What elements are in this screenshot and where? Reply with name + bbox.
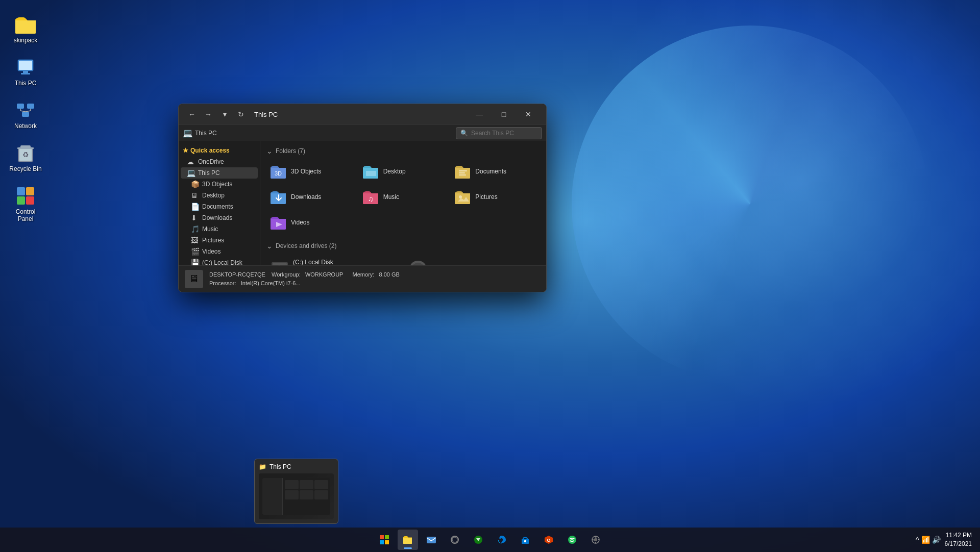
drive-c[interactable]: C: (C:) Local Disk 28.8 GB free of 49.4 …: [266, 255, 402, 265]
pc-processor-row: Processor: Intel(R) Core(TM) i7-6...: [209, 279, 400, 288]
folder-music[interactable]: ♫ Music: [359, 186, 448, 208]
svg-rect-5: [27, 104, 34, 109]
svg-rect-6: [22, 112, 29, 117]
sidebar-item-pictures[interactable]: 🖼 Pictures: [181, 235, 258, 246]
main-content: Folders (7) 3D 3D Objects: [260, 141, 546, 265]
svg-point-51: [594, 538, 597, 541]
svg-rect-17: [26, 187, 34, 195]
explorer-footer: 🖥 DESKTOP-RCQE7QE Workgroup: WORKGROUP M…: [179, 265, 546, 292]
sidebar-item-documents[interactable]: 📄 Documents: [181, 201, 258, 212]
desktop-icon-skinpack[interactable]: skinpack: [5, 10, 46, 48]
sidebar-item-onedrive[interactable]: ☁ OneDrive: [181, 156, 258, 167]
close-button[interactable]: ✕: [517, 106, 540, 122]
nav-buttons: ← → ▾ ↻: [185, 107, 248, 121]
thumbnail-title: 📁 This PC: [259, 463, 334, 470]
pc-path-icon: 💻: [183, 128, 193, 138]
sidebar-item-desktop[interactable]: 🖥 Desktop: [181, 190, 258, 201]
folders-grid: 3D 3D Objects Desktop: [266, 160, 540, 234]
thumb-icon: 📁: [259, 463, 266, 470]
sidebar-item-music[interactable]: 🎵 Music: [181, 223, 258, 235]
sidebar-item-videos[interactable]: 🎬 Videos: [181, 246, 258, 257]
desktop-folder-icon: [363, 163, 379, 180]
downloads-folder-icon: [271, 189, 287, 205]
this-pc-sidebar-icon: 💻: [187, 169, 195, 177]
mail-taskbar-btn[interactable]: [421, 530, 442, 550]
c-drive-icon: C:: [271, 260, 289, 265]
desktop-icon-network[interactable]: Network: [5, 96, 46, 134]
network-label: Network: [14, 122, 37, 130]
file-explorer-taskbar-icon: [403, 535, 413, 544]
folder-3d-objects[interactable]: 3D 3D Objects: [266, 160, 356, 183]
desktop-icon-recycle-bin[interactable]: ♻ Recycle Bin: [5, 139, 46, 177]
search-icon: 🔍: [460, 130, 468, 137]
refresh-button[interactable]: ↻: [234, 107, 248, 121]
maximize-button[interactable]: □: [492, 106, 516, 122]
sidebar-item-downloads[interactable]: ⬇ Downloads: [181, 212, 258, 223]
store-taskbar-icon: [521, 535, 530, 544]
volume-tray-icon[interactable]: 🔊: [932, 536, 941, 544]
local-disk-icon: 💾: [191, 259, 199, 265]
this-pc-label: This PC: [15, 80, 37, 87]
svg-rect-14: [17, 147, 34, 149]
clock[interactable]: 11:42 PM 6/17/2021: [945, 531, 972, 548]
thumbnail-preview[interactable]: [259, 473, 334, 519]
videos-folder-icon: [271, 214, 287, 231]
network-icon: [15, 100, 36, 120]
system-tray-arrow[interactable]: ^: [916, 536, 919, 544]
spotify-taskbar-btn[interactable]: [562, 530, 582, 550]
edge-taskbar-btn[interactable]: [492, 530, 512, 550]
titlebar: ← → ▾ ↻ This PC — □ ✕: [179, 104, 546, 124]
forward-button[interactable]: →: [201, 107, 215, 121]
svg-text:O: O: [547, 538, 550, 543]
address-path[interactable]: This PC: [195, 130, 217, 137]
folder-videos[interactable]: Videos: [266, 211, 356, 234]
search-input[interactable]: [471, 130, 537, 137]
back-button[interactable]: ←: [185, 107, 199, 121]
svg-point-43: [452, 537, 457, 542]
settings-taskbar-icon: [591, 535, 600, 544]
svg-text:3D: 3D: [275, 170, 282, 177]
svg-rect-19: [26, 196, 34, 205]
downloads-icon: ⬇: [191, 214, 199, 222]
search-box[interactable]: 🔍: [456, 127, 542, 139]
folder-downloads[interactable]: Downloads: [266, 186, 356, 208]
office-taskbar-btn[interactable]: O: [538, 530, 559, 550]
xbox-taskbar-icon: [474, 535, 483, 544]
store-taskbar-btn[interactable]: [515, 530, 535, 550]
search-taskbar-icon: [450, 535, 459, 544]
recent-button[interactable]: ▾: [217, 107, 232, 121]
sidebar-item-this-pc[interactable]: 💻 This PC: [181, 167, 258, 179]
svg-line-9: [20, 111, 26, 112]
sidebar: ★ Quick access ☁ OneDrive 💻 This PC 📦 3D…: [179, 141, 260, 265]
control-panel-label: Control Panel: [9, 208, 42, 222]
search-taskbar-btn[interactable]: [445, 530, 465, 550]
minimize-button[interactable]: —: [468, 106, 491, 122]
desktop-icon-this-pc[interactable]: This PC: [5, 53, 46, 91]
folder-documents[interactable]: Documents: [451, 160, 540, 183]
sidebar-item-local-disk[interactable]: 💾 (C:) Local Disk: [181, 257, 258, 265]
folder-pictures[interactable]: Pictures: [451, 186, 540, 208]
xbox-taskbar-btn[interactable]: [468, 530, 488, 550]
window-title: This PC: [254, 111, 278, 118]
settings-taskbar-btn[interactable]: [585, 530, 606, 550]
svg-point-26: [459, 195, 462, 198]
music-icon: 🎵: [191, 225, 199, 233]
taskbar: O ^ 📶 🔊: [0, 528, 980, 552]
svg-rect-39: [380, 540, 384, 544]
drive-d[interactable]: D: (D:) CD Drive: [405, 255, 540, 265]
recycle-bin-label: Recycle Bin: [9, 165, 41, 172]
svg-rect-40: [385, 540, 389, 544]
office-taskbar-icon: O: [544, 535, 553, 544]
time-display: 11:42 PM: [945, 531, 972, 540]
pictures-folder-icon: [455, 189, 471, 205]
svg-rect-24: [459, 174, 466, 175]
folder-desktop[interactable]: Desktop: [359, 160, 448, 183]
drives-grid: C: (C:) Local Disk 28.8 GB free of 49.4 …: [266, 255, 540, 265]
network-tray-icon[interactable]: 📶: [921, 536, 930, 544]
desktop-icon-control-panel[interactable]: Control Panel: [5, 182, 46, 227]
svg-rect-3: [21, 73, 30, 74]
folders-section-header: Folders (7): [266, 147, 540, 155]
sidebar-item-3d-objects[interactable]: 📦 3D Objects: [181, 179, 258, 190]
start-button[interactable]: [374, 530, 395, 550]
file-explorer-taskbar-btn[interactable]: [398, 530, 418, 550]
